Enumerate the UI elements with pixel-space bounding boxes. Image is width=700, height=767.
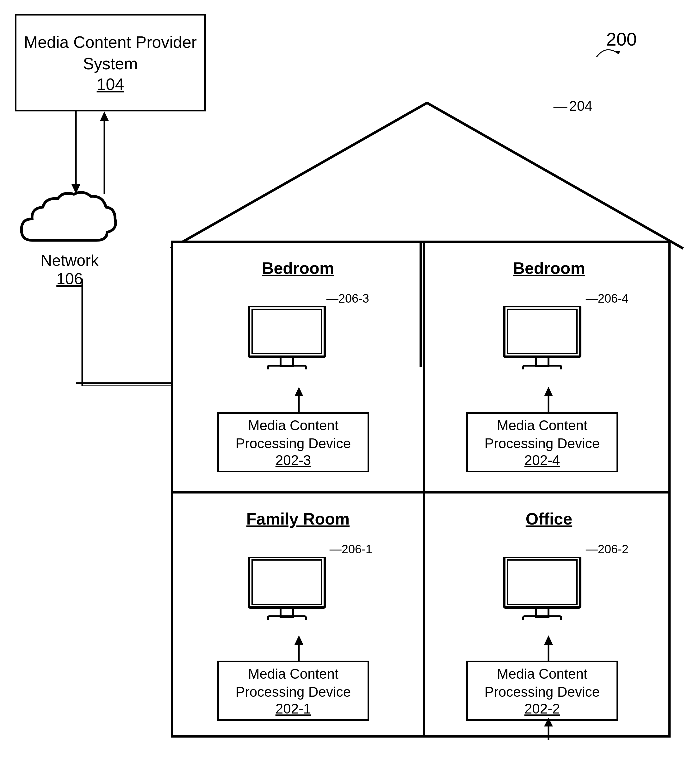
arrow-to-tv-2	[536, 635, 561, 660]
room-family-room: Family Room —206-1 Media Content Process…	[173, 493, 423, 740]
bedroom-left-label: Bedroom	[173, 259, 423, 278]
provider-title-line1: Media Content Provider	[24, 32, 197, 53]
tv-206-1	[243, 557, 331, 620]
cloud-icon	[13, 187, 127, 256]
device-text-202-4-line1: Media Content	[497, 416, 587, 434]
device-text-202-2-line2: Processing Device	[484, 683, 600, 701]
device-text-202-3-line2: Processing Device	[236, 434, 351, 452]
arrow-to-tv-3	[286, 387, 311, 412]
svg-marker-23	[544, 387, 553, 396]
svg-rect-13	[252, 309, 322, 353]
office-label: Office	[425, 509, 673, 528]
svg-marker-35	[544, 635, 553, 645]
room-bedroom-right: Bedroom —206-4 Media Content Processing …	[425, 243, 673, 491]
device-text-202-4-line2: Processing Device	[484, 434, 600, 452]
tv-206-3	[243, 306, 331, 369]
room-office: Office —206-2 Media Content Processing D…	[425, 493, 673, 740]
svg-marker-29	[295, 635, 303, 645]
tv-206-2	[498, 557, 586, 620]
svg-rect-19	[507, 309, 577, 353]
diagram: 200 Media Content Provider System 104 Ne…	[0, 0, 700, 767]
device-box-202-1: Media Content Processing Device 202-1	[217, 660, 369, 721]
device-text-202-3-line1: Media Content	[248, 416, 338, 434]
tv-206-4	[498, 306, 586, 369]
arrow-to-tv-4	[536, 387, 561, 412]
svg-marker-17	[295, 387, 303, 396]
device-ref-202-1: 202-1	[276, 701, 311, 717]
svg-rect-25	[252, 560, 322, 604]
network-ref: 106	[40, 270, 98, 288]
device-ref-202-3: 202-3	[276, 452, 311, 468]
device-box-202-3: Media Content Processing Device 202-3	[217, 412, 369, 472]
device-box-202-2: Media Content Processing Device 202-2	[466, 660, 618, 721]
monitor-ref-206-4: —206-4	[586, 292, 629, 306]
device-ref-202-2: 202-2	[524, 701, 560, 717]
monitor-ref-206-2: —206-2	[586, 543, 629, 556]
provider-ref: 104	[97, 75, 124, 94]
svg-rect-31	[507, 560, 577, 604]
svg-line-10	[171, 103, 427, 248]
device-text-202-1-line1: Media Content	[248, 665, 338, 683]
network-label: Network	[40, 251, 98, 270]
device-ref-202-4: 202-4	[524, 452, 560, 468]
svg-rect-15	[268, 366, 306, 369]
arrow-from-bottom-202-2	[536, 718, 561, 740]
svg-rect-33	[523, 616, 561, 620]
house-roof	[168, 93, 686, 258]
bedroom-right-label: Bedroom	[425, 259, 673, 278]
svg-line-11	[427, 103, 683, 248]
device-box-202-4: Media Content Processing Device 202-4	[466, 412, 618, 472]
room-bedroom-left: Bedroom —206-3 Media Content Processing …	[173, 243, 423, 491]
device-text-202-1-line2: Processing Device	[236, 683, 351, 701]
monitor-ref-206-3: —206-3	[327, 292, 369, 306]
svg-rect-27	[268, 616, 306, 620]
device-text-202-2-line1: Media Content	[497, 665, 587, 683]
arrow-to-tv-1	[286, 635, 311, 660]
house-ref-label: —204	[554, 98, 592, 114]
figure-number: 200	[597, 29, 637, 50]
family-room-label: Family Room	[173, 509, 423, 528]
network-cloud-area: Network 106	[6, 187, 133, 288]
monitor-ref-206-1: —206-1	[330, 543, 372, 556]
provider-title-line2: System	[83, 53, 138, 75]
svg-rect-21	[523, 366, 561, 369]
horizontal-divider	[173, 491, 668, 493]
vertical-divider	[423, 243, 425, 735]
svg-marker-4	[100, 111, 109, 121]
ridge-line	[419, 240, 423, 367]
svg-marker-37	[544, 718, 553, 727]
